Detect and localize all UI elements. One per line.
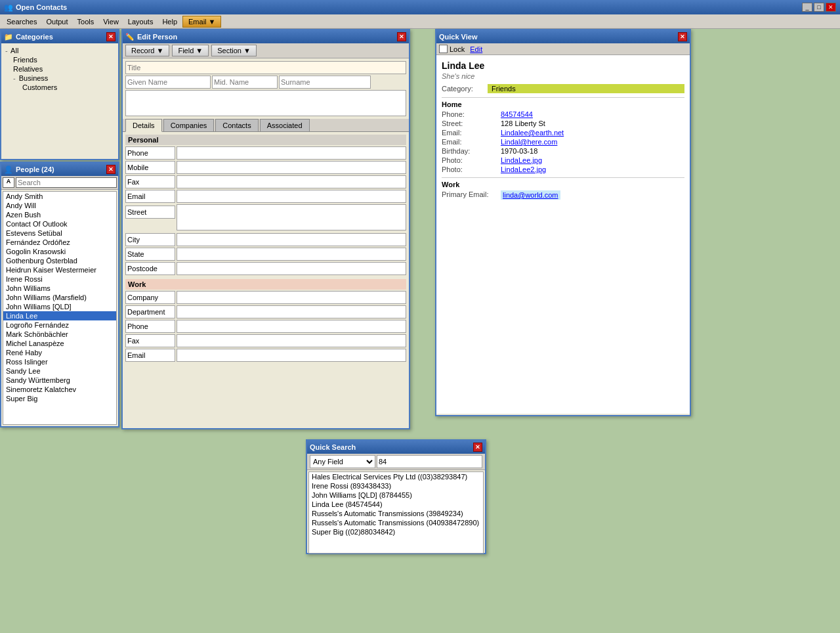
list-item[interactable]: John Williams bbox=[3, 284, 116, 293]
list-item[interactable]: Irene Rossi bbox=[3, 274, 116, 284]
quicksearch-close-button[interactable]: ✕ bbox=[473, 443, 482, 452]
tab-details[interactable]: Details bbox=[125, 119, 162, 132]
quicksearch-input[interactable] bbox=[377, 455, 482, 468]
list-item[interactable]: Gothenburg Österblad bbox=[3, 256, 116, 265]
state-input[interactable] bbox=[177, 248, 406, 261]
mid-name-field[interactable] bbox=[212, 76, 278, 89]
minimize-button[interactable]: _ bbox=[802, 3, 812, 12]
list-item[interactable]: Estevens Setübal bbox=[3, 229, 116, 238]
work-fax-type-select[interactable]: Fax bbox=[125, 334, 175, 347]
close-button[interactable]: ✕ bbox=[826, 3, 836, 12]
cat-item-all[interactable]: - All bbox=[4, 46, 116, 55]
people-close-button[interactable]: ✕ bbox=[106, 165, 116, 174]
email-button[interactable]: Email ▼ bbox=[182, 16, 221, 28]
postcode-input[interactable] bbox=[177, 262, 406, 275]
company-input[interactable] bbox=[177, 291, 406, 304]
list-item[interactable]: Gogolin Krasowski bbox=[3, 247, 116, 256]
quickview-close-button[interactable]: ✕ bbox=[678, 32, 687, 41]
list-item[interactable]: Azen Bush bbox=[3, 210, 116, 219]
qs-result-item[interactable]: Super Big ((02)88034842) bbox=[309, 527, 483, 536]
quicksearch-field-select[interactable]: Any Field Name Phone Email bbox=[310, 455, 375, 468]
primary-email-link[interactable]: linda@world.com bbox=[503, 191, 558, 199]
list-item[interactable]: Andy Will bbox=[3, 201, 116, 210]
menu-output[interactable]: Output bbox=[42, 16, 72, 27]
list-item[interactable]: René Haby bbox=[3, 348, 116, 357]
company-type-select[interactable]: Company bbox=[125, 291, 175, 304]
menu-tools[interactable]: Tools bbox=[74, 16, 98, 27]
list-item[interactable]: Andy Smith bbox=[3, 192, 116, 201]
tab-contacts[interactable]: Contacts bbox=[215, 119, 258, 131]
list-item[interactable]: Michel Lanaspèze bbox=[3, 339, 116, 348]
surname-field[interactable] bbox=[279, 76, 371, 89]
memo-field[interactable] bbox=[125, 90, 406, 116]
work-email-input[interactable] bbox=[177, 349, 406, 362]
email2-value[interactable]: Lindal@here.com bbox=[501, 138, 557, 146]
menu-layouts[interactable]: Layouts bbox=[124, 16, 158, 27]
department-type-select[interactable]: Department bbox=[125, 305, 175, 318]
email-type-select[interactable]: Email bbox=[125, 190, 175, 203]
state-type-select[interactable]: State bbox=[125, 248, 175, 261]
title-field[interactable] bbox=[125, 61, 406, 74]
menu-help[interactable]: Help bbox=[158, 16, 181, 27]
restore-button[interactable]: □ bbox=[814, 3, 824, 12]
postcode-type-select[interactable]: Postcode bbox=[125, 262, 175, 275]
email-input[interactable] bbox=[177, 190, 406, 203]
section-button[interactable]: Section ▼ bbox=[211, 45, 257, 56]
photo2-value[interactable]: LindaLee2.jpg bbox=[501, 165, 546, 173]
edit-link[interactable]: Edit bbox=[470, 45, 482, 53]
menu-view[interactable]: View bbox=[99, 16, 123, 27]
qs-result-item[interactable]: Linda Lee (84574544) bbox=[309, 500, 483, 509]
list-item[interactable]: Mark Schönbächler bbox=[3, 330, 116, 339]
work-phone-type-select[interactable]: Phone bbox=[125, 320, 175, 333]
photo1-value[interactable]: LindaLee.jpg bbox=[501, 156, 542, 164]
list-item[interactable]: Super Big bbox=[3, 394, 116, 403]
work-email-type-select[interactable]: Email bbox=[125, 349, 175, 362]
list-item[interactable]: Heidrun Kaiser Westermeier bbox=[3, 265, 116, 274]
list-item[interactable]: John Williams [QLD] bbox=[3, 302, 116, 311]
phone-input[interactable] bbox=[177, 146, 406, 160]
given-name-field[interactable] bbox=[125, 76, 211, 89]
list-item[interactable]: Sandy Württemberg bbox=[3, 376, 116, 385]
email1-value[interactable]: Lindalee@earth.net bbox=[501, 129, 564, 137]
tab-associated[interactable]: Associated bbox=[260, 119, 310, 131]
street-input[interactable] bbox=[177, 204, 406, 230]
list-item[interactable]: Contact Of Outlook bbox=[3, 219, 116, 229]
mobile-input[interactable] bbox=[177, 161, 406, 174]
work-fax-input[interactable] bbox=[177, 334, 406, 347]
list-item[interactable]: Sinemoretz Kalatchev bbox=[3, 385, 116, 394]
street-type-select[interactable]: Street bbox=[125, 206, 175, 219]
list-item[interactable]: Sandy Lee bbox=[3, 366, 116, 376]
city-type-select[interactable]: City bbox=[125, 233, 175, 246]
department-input[interactable] bbox=[177, 305, 406, 318]
categories-close-button[interactable]: ✕ bbox=[106, 32, 116, 41]
edit-close-button[interactable]: ✕ bbox=[397, 32, 406, 41]
field-button[interactable]: Field ▼ bbox=[172, 45, 209, 56]
list-item-selected[interactable]: Linda Lee bbox=[3, 311, 116, 320]
menu-searches[interactable]: Searches bbox=[3, 16, 41, 27]
lock-checkbox[interactable] bbox=[439, 45, 448, 53]
list-item[interactable]: Logroño Fernández bbox=[3, 320, 116, 330]
qs-result-item[interactable]: Russels's Automatic Transmissions (39849… bbox=[309, 509, 483, 518]
fax-input[interactable] bbox=[177, 175, 406, 188]
qs-result-item[interactable]: Irene Rossi (893438433) bbox=[309, 481, 483, 491]
list-item[interactable]: John Williams (Marsfield) bbox=[3, 293, 116, 302]
qs-result-item[interactable]: Hales Electrical Services Pty Ltd ((03)3… bbox=[309, 472, 483, 481]
phone-value[interactable]: 84574544 bbox=[501, 110, 533, 118]
phone-type-select[interactable]: Phone bbox=[125, 146, 175, 160]
cat-item-friends[interactable]: Friends bbox=[4, 55, 116, 64]
alpha-button[interactable]: A bbox=[3, 177, 14, 188]
work-phone-input[interactable] bbox=[177, 320, 406, 333]
fax-type-select[interactable]: Fax bbox=[125, 175, 175, 188]
record-button[interactable]: Record ▼ bbox=[125, 45, 169, 56]
mobile-type-select[interactable]: Mobile bbox=[125, 161, 175, 174]
qs-result-item[interactable]: Russels's Automatic Transmissions (04093… bbox=[309, 518, 483, 527]
cat-item-relatives[interactable]: Relatives bbox=[4, 64, 116, 74]
cat-item-customers[interactable]: Customers bbox=[4, 83, 116, 92]
qs-result-item[interactable]: John Williams [QLD] (8784455) bbox=[309, 491, 483, 500]
list-item[interactable]: Ross Islinger bbox=[3, 357, 116, 366]
city-input[interactable] bbox=[177, 233, 406, 246]
tab-companies[interactable]: Companies bbox=[163, 119, 215, 131]
list-item[interactable]: Fernández Ordóñez bbox=[3, 238, 116, 247]
cat-item-business[interactable]: - Business bbox=[4, 74, 116, 83]
people-search-input[interactable] bbox=[16, 177, 117, 188]
